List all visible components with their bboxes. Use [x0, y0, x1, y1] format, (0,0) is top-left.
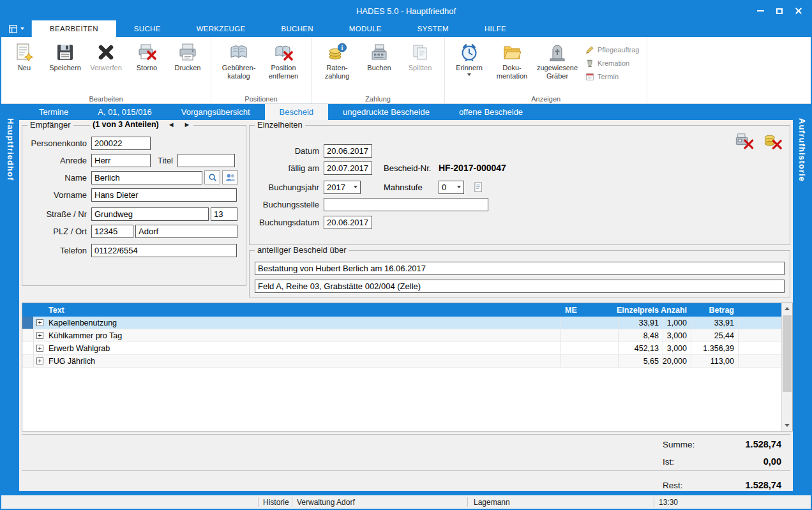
zugewiesene-graeber-button[interactable]: zugewiesene Gräber	[534, 39, 580, 80]
splitten-button[interactable]: Splitten	[400, 39, 440, 72]
arrow-down-icon	[785, 424, 790, 427]
totals-separator-top	[22, 434, 790, 435]
tab-grabstelle[interactable]: A, 01, 015/016	[83, 104, 167, 120]
row-selector[interactable]	[22, 355, 34, 367]
termin-button[interactable]: Termin	[585, 72, 639, 81]
ribbon-tab-werkzeuge[interactable]: WERKZEUGE	[179, 20, 264, 37]
ribbon-tab-bearbeiten[interactable]: BEARBEITEN	[32, 20, 116, 37]
ist-label: Ist:	[663, 457, 674, 467]
header-me[interactable]: ME	[560, 303, 618, 317]
tab-termine[interactable]: Termine	[24, 104, 83, 120]
buchungsstelle-input[interactable]	[324, 198, 488, 211]
expand-plus-icon[interactable]	[36, 345, 43, 352]
neu-label: Neu	[18, 64, 31, 72]
dokumentation-button[interactable]: Doku- mentation	[490, 39, 534, 80]
tab-bescheid[interactable]: Bescheid	[265, 104, 328, 120]
arrow-up-icon	[785, 307, 790, 310]
ratenzahlung-button[interactable]: i Raten- zahlung	[315, 39, 359, 80]
scrollbar-track[interactable]	[782, 314, 792, 420]
ribbon-tab-module[interactable]: MODULE	[331, 20, 400, 37]
mahnstufe-select[interactable]: 0	[439, 181, 464, 194]
svg-text:i: i	[342, 44, 343, 51]
rest-label: Rest:	[663, 481, 683, 490]
folder-icon	[500, 41, 523, 64]
bescheid-zeile2-input[interactable]	[255, 280, 785, 293]
cell-anzahl: 3,000	[663, 342, 691, 354]
kremation-button[interactable]: Kremation	[585, 59, 639, 68]
ribbon-tab-buchen[interactable]: BUCHEN	[263, 20, 331, 37]
table-row-fug-jaehrlich[interactable]: FUG Jährlich 5,65 20,000 113,00	[22, 355, 781, 368]
expand-plus-icon[interactable]	[36, 357, 43, 364]
verwerfen-button[interactable]: Verwerfen	[86, 39, 126, 72]
buchungsdatum-input[interactable]	[324, 216, 372, 229]
speichern-button[interactable]: Speichern	[45, 39, 86, 72]
titel-input[interactable]	[177, 154, 235, 167]
table-row-erwerb-wahlgrab[interactable]: Erwerb Wahlgrab 452,13 3,000 1.356,39	[22, 342, 781, 355]
neu-button[interactable]: Neu	[4, 39, 45, 72]
minimize-button[interactable]	[751, 3, 770, 19]
datum-input[interactable]	[324, 144, 372, 158]
cancel-document-icon	[135, 41, 158, 64]
next-anteil-button[interactable]: ►	[184, 121, 191, 128]
table-row-kapellenbenutzung[interactable]: Kapellenbenutzung 33,91 1,000 33,91	[22, 317, 781, 329]
name-input[interactable]	[91, 171, 202, 184]
statusbar: Historie Verwaltung Adorf Lagemann 13:30	[1, 495, 811, 509]
position-entfernen-button[interactable]: Position entfernen	[261, 39, 306, 80]
faellig-am-input[interactable]	[324, 161, 372, 175]
storno-button[interactable]: Storno	[126, 39, 167, 72]
tab-offene-bescheide[interactable]: offene Bescheide	[444, 104, 538, 120]
table-scrollbar[interactable]	[781, 303, 792, 431]
statusbar-separator	[467, 497, 468, 507]
ribbon-tab-suche[interactable]: SUCHE	[116, 20, 179, 37]
header-einzelpreis[interactable]: Einzelpreis	[618, 303, 663, 317]
expand-plus-icon[interactable]	[36, 319, 43, 326]
persons-button[interactable]	[222, 170, 238, 184]
buchungsjahr-select[interactable]: 2017	[324, 181, 361, 194]
scrollbar-thumb[interactable]	[783, 315, 792, 392]
tab-vorgangsuebersicht[interactable]: Vorgangsübersicht	[167, 104, 265, 120]
hausnummer-input[interactable]	[211, 207, 237, 221]
header-anzahl[interactable]: Anzahl	[663, 303, 691, 317]
row-selector[interactable]	[22, 342, 34, 354]
ribbon-tab-bar: BEARBEITEN SUCHE WERKZEUGE BUCHEN MODULE…	[1, 20, 811, 37]
tab-ungedruckte-bescheide[interactable]: ungedruckte Bescheide	[328, 104, 444, 120]
ribbon-group-bearbeiten: Neu Speichern Verwerfen Storno	[1, 37, 211, 103]
previous-anteil-button[interactable]: ◄	[168, 121, 175, 128]
personenkonto-input[interactable]	[91, 137, 151, 150]
pflegeauftrag-button[interactable]: Pflegeauftrag	[585, 45, 639, 54]
scroll-down-button[interactable]	[782, 420, 792, 431]
telefon-input[interactable]	[91, 244, 237, 257]
status-historie[interactable]: Historie	[263, 495, 289, 509]
scroll-up-button[interactable]	[782, 303, 792, 314]
header-text[interactable]: Text	[45, 306, 560, 315]
expand-plus-icon[interactable]	[36, 332, 43, 339]
save-icon	[54, 41, 77, 64]
plz-input[interactable]	[91, 225, 133, 238]
mahnstufe-doc-button[interactable]	[470, 180, 486, 194]
strasse-input[interactable]	[91, 207, 209, 221]
gebuehrenkatalog-button[interactable]: Gebühren- katalog	[216, 39, 261, 80]
sidebar-hauptfriedhof[interactable]: Hauptfriedhof	[1, 104, 19, 495]
cell-betrag: 1.356,39	[691, 342, 738, 354]
app-menu-button[interactable]	[1, 20, 32, 37]
buchen-button[interactable]: Buchen	[359, 39, 400, 72]
ribbon-tab-system[interactable]: SYSTEM	[400, 20, 467, 37]
table-row-kuehlkammer[interactable]: Kühlkammer pro Tag 8,48 3,000 25,44	[22, 329, 781, 342]
group-label-anzeigen: Anzeigen	[445, 95, 647, 103]
header-betrag[interactable]: Betrag	[691, 303, 738, 317]
vorname-input[interactable]	[91, 188, 237, 202]
row-selector[interactable]	[22, 329, 34, 341]
sidebar-aufrufhistorie[interactable]: Aufrufhistorie	[793, 104, 811, 495]
erinnern-button[interactable]: Erinnern	[449, 39, 490, 76]
row-selector[interactable]	[22, 317, 34, 329]
faellig-am-label: fällig am	[252, 163, 324, 173]
drucken-button[interactable]: Drucken	[167, 39, 208, 72]
ribbon-tab-hilfe[interactable]: HILFE	[467, 20, 524, 37]
anrede-input[interactable]	[91, 154, 151, 167]
maximize-button[interactable]	[770, 3, 789, 19]
ort-input[interactable]	[135, 225, 237, 238]
name-search-button[interactable]	[204, 170, 220, 184]
bescheid-zeile1-input[interactable]	[255, 262, 785, 275]
anteil-counter: (1 von 3 Anteilen)	[93, 120, 159, 129]
close-button[interactable]	[789, 3, 808, 19]
